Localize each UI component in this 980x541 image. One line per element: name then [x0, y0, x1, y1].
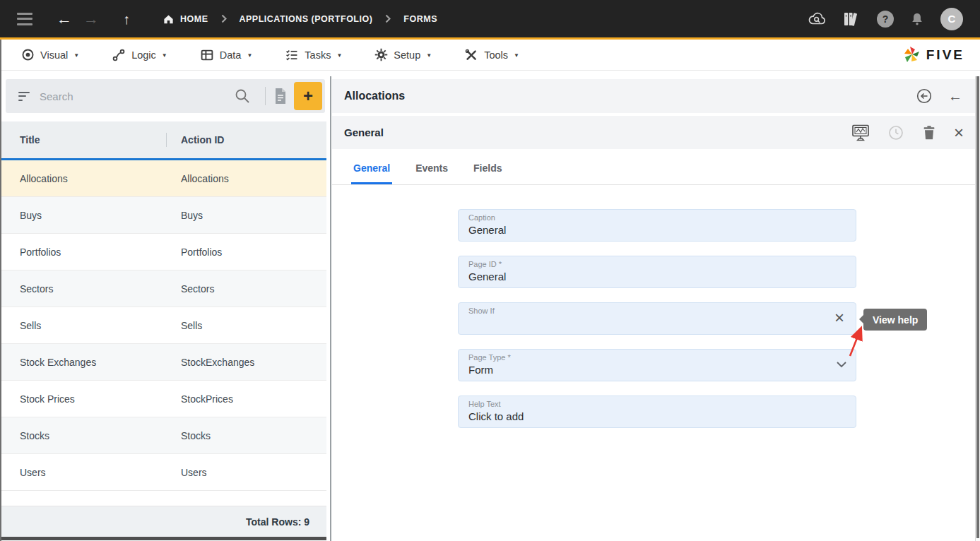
table-row[interactable]: Stocks Stocks	[1, 417, 326, 454]
cell-title: Stocks	[1, 430, 165, 441]
caption-field-value: General	[468, 223, 846, 237]
table-row[interactable]: Sectors Sectors	[1, 270, 326, 307]
tab-events[interactable]: Events	[413, 162, 450, 184]
top-navigation-bar: ← → ↑ HOME APPLICATIONS (PORTFOLIO) FORM…	[0, 0, 980, 37]
tooltip-arrow-notch	[859, 315, 863, 323]
cell-action-id: Stocks	[165, 430, 211, 441]
delete-trash-icon[interactable]	[921, 124, 937, 141]
cell-title: Portfolios	[1, 246, 165, 258]
cloud-inspect-icon[interactable]	[808, 11, 827, 27]
cell-title: Sells	[1, 320, 165, 331]
page-id-field-value: General	[468, 270, 846, 284]
caret-down-icon: ▼	[162, 52, 167, 59]
forms-list-panel: + Title Action ID Allocations Allocation…	[1, 71, 326, 537]
menu-tasks[interactable]: Tasks ▼	[285, 48, 342, 62]
help-text-field[interactable]: Help Text Click to add	[458, 396, 856, 428]
search-input[interactable]	[40, 90, 234, 102]
checklist-icon	[285, 48, 299, 62]
cell-title: Allocations	[1, 173, 165, 184]
horizontal-scrollbar[interactable]	[1, 537, 326, 540]
breadcrumb-item-applications[interactable]: APPLICATIONS (PORTFOLIO)	[240, 14, 373, 24]
cell-title: Sectors	[1, 283, 165, 295]
menu-data[interactable]: Data ▼	[200, 48, 253, 62]
cell-action-id: Sells	[165, 320, 202, 331]
page-id-field[interactable]: Page ID * General	[458, 256, 856, 288]
chevron-right-icon	[385, 14, 391, 23]
history-clock-icon	[887, 124, 904, 141]
general-form: Caption General Page ID * General Show I…	[458, 209, 856, 442]
cell-action-id: Allocations	[165, 173, 229, 184]
breadcrumb-item-home[interactable]: HOME	[180, 14, 208, 24]
caret-down-icon: ▼	[426, 52, 432, 59]
tools-icon	[464, 48, 478, 62]
page-id-field-label: Page ID *	[468, 260, 846, 269]
table-row[interactable]: Stock Exchanges StockExchanges	[1, 344, 326, 381]
flow-icon	[112, 48, 126, 62]
menu-tools-label: Tools	[484, 49, 508, 61]
record-title-bar: Allocations ←	[332, 79, 975, 113]
breadcrumb-item-forms[interactable]: FORMS	[403, 14, 437, 24]
menu-visual[interactable]: Visual ▼	[21, 48, 79, 61]
caret-down-icon: ▼	[73, 52, 79, 59]
previous-record-icon[interactable]	[916, 88, 933, 105]
menu-setup[interactable]: Setup ▼	[374, 48, 432, 61]
cell-action-id: StockExchanges	[165, 357, 254, 368]
tab-general[interactable]: General	[351, 162, 392, 184]
cell-title: Users	[1, 467, 165, 478]
cell-title: Stock Exchanges	[1, 357, 165, 368]
page-type-field[interactable]: Page Type * Form	[458, 349, 856, 381]
close-icon[interactable]: ×	[954, 124, 964, 141]
copy-document-icon[interactable]	[273, 87, 288, 105]
nav-back-icon[interactable]: ←	[51, 8, 78, 30]
cell-title: Buys	[1, 210, 165, 221]
show-if-field[interactable]: Show If ×	[458, 302, 856, 335]
table-row[interactable]: Sells Sells	[1, 307, 326, 344]
menu-tools[interactable]: Tools ▼	[464, 48, 519, 62]
column-header-title[interactable]: Title	[1, 134, 165, 145]
table-row[interactable]: Portfolios Portfolios	[1, 234, 326, 270]
nav-forward-icon: →	[78, 8, 105, 30]
table-footer: Total Rows: 9	[1, 506, 326, 537]
cell-action-id: Users	[165, 467, 207, 478]
library-books-icon[interactable]	[843, 11, 861, 28]
menu-visual-label: Visual	[40, 49, 68, 61]
clear-icon[interactable]: ×	[834, 309, 844, 326]
hamburger-menu-icon[interactable]	[17, 13, 34, 25]
eye-icon	[21, 48, 35, 61]
cell-action-id: Buys	[165, 210, 203, 221]
table-row[interactable]: Users Users	[1, 454, 326, 491]
chevron-right-icon	[221, 14, 227, 23]
help-text-field-label: Help Text	[468, 400, 846, 409]
vertical-scrollbar[interactable]	[976, 76, 979, 538]
main-menu-bar: Visual ▼ Logic ▼ Data ▼	[0, 40, 980, 71]
total-rows-label: Total Rows: 9	[246, 516, 309, 528]
breadcrumb-home[interactable]: HOME	[163, 13, 208, 25]
column-header-action-id[interactable]: Action ID	[165, 134, 224, 145]
forms-table: Title Action ID Allocations Allocations …	[1, 121, 326, 537]
show-if-field-value	[468, 316, 846, 331]
panel-splitter[interactable]	[330, 76, 331, 541]
preview-monitor-icon[interactable]	[851, 124, 870, 142]
filter-icon[interactable]	[18, 92, 30, 101]
search-icon[interactable]	[234, 88, 251, 105]
caption-field[interactable]: Caption General	[458, 209, 856, 242]
help-icon[interactable]: ?	[877, 11, 894, 28]
chevron-down-icon[interactable]	[836, 361, 847, 368]
menu-logic[interactable]: Logic ▼	[112, 48, 167, 62]
nav-up-icon[interactable]: ↑	[117, 9, 136, 29]
table-row[interactable]: Buys Buys	[1, 197, 326, 234]
back-arrow-icon[interactable]: ←	[948, 89, 962, 103]
table-row[interactable]: Stock Prices StockPrices	[1, 381, 326, 417]
column-divider	[166, 133, 167, 147]
tab-fields[interactable]: Fields	[471, 162, 504, 184]
user-avatar[interactable]: C	[940, 8, 963, 30]
table-row[interactable]: Allocations Allocations	[1, 160, 326, 197]
menu-logic-label: Logic	[131, 49, 156, 61]
five-pinwheel-icon	[903, 45, 921, 65]
caret-down-icon: ▼	[336, 52, 342, 59]
help-text-field-value: Click to add	[468, 410, 846, 424]
five-brand-logo: FIVE	[903, 45, 964, 65]
notifications-bell-icon[interactable]	[909, 11, 925, 28]
add-form-button[interactable]: +	[294, 82, 322, 110]
search-bar: +	[6, 79, 325, 113]
